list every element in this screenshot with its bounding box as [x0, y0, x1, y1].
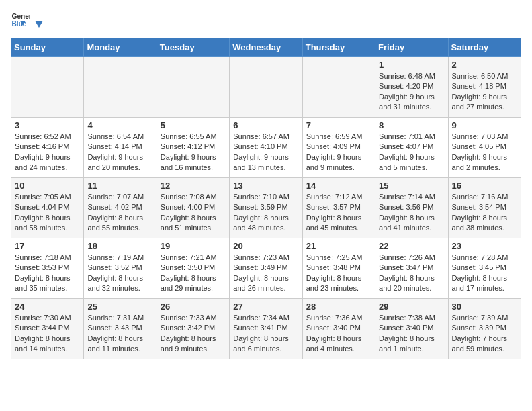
day-info: Sunrise: 7:34 AM Sunset: 3:41 PM Dayligh…	[233, 313, 298, 355]
day-cell: 21Sunrise: 7:25 AM Sunset: 3:48 PM Dayli…	[302, 238, 375, 299]
day-info: Sunrise: 7:38 AM Sunset: 3:40 PM Dayligh…	[379, 313, 444, 355]
day-cell: 17Sunrise: 7:18 AM Sunset: 3:53 PM Dayli…	[11, 238, 84, 299]
day-cell: 23Sunrise: 7:28 AM Sunset: 3:45 PM Dayli…	[448, 238, 521, 299]
day-info: Sunrise: 7:21 AM Sunset: 3:50 PM Dayligh…	[161, 253, 226, 294]
day-cell: 27Sunrise: 7:34 AM Sunset: 3:41 PM Dayli…	[230, 299, 302, 359]
day-cell: 4Sunrise: 6:54 AM Sunset: 4:14 PM Daylig…	[84, 118, 157, 178]
page-header: General Blue	[11, 11, 521, 30]
logo-arrow-icon	[32, 14, 46, 29]
day-number: 11	[87, 181, 152, 191]
day-number: 27	[233, 302, 298, 312]
day-number: 19	[161, 241, 226, 251]
day-cell: 24Sunrise: 7:30 AM Sunset: 3:44 PM Dayli…	[11, 299, 84, 359]
calendar-table: SundayMondayTuesdayWednesdayThursdayFrid…	[11, 38, 521, 359]
day-cell: 5Sunrise: 6:55 AM Sunset: 4:12 PM Daylig…	[157, 118, 229, 178]
day-cell: 20Sunrise: 7:23 AM Sunset: 3:49 PM Dayli…	[230, 238, 302, 299]
day-cell: 13Sunrise: 7:10 AM Sunset: 3:59 PM Dayli…	[230, 178, 302, 238]
day-number: 29	[379, 302, 444, 312]
day-info: Sunrise: 6:54 AM Sunset: 4:14 PM Dayligh…	[87, 132, 152, 173]
day-info: Sunrise: 7:05 AM Sunset: 4:04 PM Dayligh…	[15, 192, 80, 234]
day-cell: 1Sunrise: 6:48 AM Sunset: 4:20 PM Daylig…	[375, 57, 448, 118]
day-number: 10	[15, 181, 80, 191]
day-info: Sunrise: 7:39 AM Sunset: 3:39 PM Dayligh…	[452, 313, 517, 355]
week-row-4: 17Sunrise: 7:18 AM Sunset: 3:53 PM Dayli…	[11, 238, 521, 299]
header-cell-wednesday: Wednesday	[230, 38, 302, 57]
day-info: Sunrise: 7:33 AM Sunset: 3:42 PM Dayligh…	[161, 313, 226, 355]
day-info: Sunrise: 7:10 AM Sunset: 3:59 PM Dayligh…	[233, 192, 298, 234]
day-info: Sunrise: 6:48 AM Sunset: 4:20 PM Dayligh…	[379, 71, 444, 113]
day-cell: 12Sunrise: 7:08 AM Sunset: 4:00 PM Dayli…	[157, 178, 229, 238]
header-cell-monday: Monday	[84, 38, 157, 57]
header-cell-friday: Friday	[375, 38, 448, 57]
day-number: 1	[379, 60, 444, 70]
day-number: 25	[87, 302, 152, 312]
day-cell	[157, 57, 229, 118]
day-info: Sunrise: 7:12 AM Sunset: 3:57 PM Dayligh…	[306, 192, 371, 234]
day-cell: 2Sunrise: 6:50 AM Sunset: 4:18 PM Daylig…	[448, 57, 521, 118]
header-row: SundayMondayTuesdayWednesdayThursdayFrid…	[11, 38, 521, 57]
day-info: Sunrise: 7:28 AM Sunset: 3:45 PM Dayligh…	[452, 253, 517, 294]
day-number: 23	[452, 241, 517, 251]
svg-text:General: General	[12, 13, 30, 20]
day-number: 12	[161, 181, 226, 191]
day-cell	[302, 57, 375, 118]
day-info: Sunrise: 6:50 AM Sunset: 4:18 PM Dayligh…	[452, 71, 517, 113]
day-number: 7	[306, 120, 371, 130]
day-info: Sunrise: 6:52 AM Sunset: 4:16 PM Dayligh…	[15, 132, 80, 173]
day-number: 9	[452, 120, 517, 130]
day-cell: 15Sunrise: 7:14 AM Sunset: 3:56 PM Dayli…	[375, 178, 448, 238]
day-cell: 3Sunrise: 6:52 AM Sunset: 4:16 PM Daylig…	[11, 118, 84, 178]
day-cell: 8Sunrise: 7:01 AM Sunset: 4:07 PM Daylig…	[375, 118, 448, 178]
day-cell: 26Sunrise: 7:33 AM Sunset: 3:42 PM Dayli…	[157, 299, 229, 359]
day-info: Sunrise: 7:14 AM Sunset: 3:56 PM Dayligh…	[379, 192, 444, 234]
day-number: 28	[306, 302, 371, 312]
day-cell: 25Sunrise: 7:31 AM Sunset: 3:43 PM Dayli…	[84, 299, 157, 359]
day-info: Sunrise: 7:07 AM Sunset: 4:02 PM Dayligh…	[87, 192, 152, 234]
day-cell: 19Sunrise: 7:21 AM Sunset: 3:50 PM Dayli…	[157, 238, 229, 299]
day-number: 13	[233, 181, 298, 191]
svg-text:Blue: Blue	[12, 20, 27, 28]
day-number: 20	[233, 241, 298, 251]
day-number: 24	[15, 302, 80, 312]
header-cell-tuesday: Tuesday	[157, 38, 229, 57]
day-info: Sunrise: 7:31 AM Sunset: 3:43 PM Dayligh…	[87, 313, 152, 355]
day-number: 30	[452, 302, 517, 312]
week-row-5: 24Sunrise: 7:30 AM Sunset: 3:44 PM Dayli…	[11, 299, 521, 359]
day-cell: 7Sunrise: 6:59 AM Sunset: 4:09 PM Daylig…	[302, 118, 375, 178]
day-cell: 14Sunrise: 7:12 AM Sunset: 3:57 PM Dayli…	[302, 178, 375, 238]
day-number: 5	[161, 120, 226, 130]
day-info: Sunrise: 7:08 AM Sunset: 4:00 PM Dayligh…	[161, 192, 226, 234]
day-number: 6	[233, 120, 298, 130]
day-number: 22	[379, 241, 444, 251]
week-row-3: 10Sunrise: 7:05 AM Sunset: 4:04 PM Dayli…	[11, 178, 521, 238]
day-cell: 29Sunrise: 7:38 AM Sunset: 3:40 PM Dayli…	[375, 299, 448, 359]
day-number: 15	[379, 181, 444, 191]
day-info: Sunrise: 7:16 AM Sunset: 3:54 PM Dayligh…	[452, 192, 517, 234]
header-cell-thursday: Thursday	[302, 38, 375, 57]
day-number: 4	[87, 120, 152, 130]
day-info: Sunrise: 7:19 AM Sunset: 3:52 PM Dayligh…	[87, 253, 152, 294]
day-cell: 10Sunrise: 7:05 AM Sunset: 4:04 PM Dayli…	[11, 178, 84, 238]
day-info: Sunrise: 7:03 AM Sunset: 4:05 PM Dayligh…	[452, 132, 517, 173]
header-cell-sunday: Sunday	[11, 38, 84, 57]
day-info: Sunrise: 7:18 AM Sunset: 3:53 PM Dayligh…	[15, 253, 80, 294]
day-cell: 16Sunrise: 7:16 AM Sunset: 3:54 PM Dayli…	[448, 178, 521, 238]
day-number: 21	[306, 241, 371, 251]
day-number: 8	[379, 120, 444, 130]
day-cell: 11Sunrise: 7:07 AM Sunset: 4:02 PM Dayli…	[84, 178, 157, 238]
logo: General Blue	[11, 11, 46, 30]
logo-icon: General Blue	[11, 11, 30, 30]
day-cell	[84, 57, 157, 118]
svg-marker-3	[35, 21, 43, 28]
week-row-1: 1Sunrise: 6:48 AM Sunset: 4:20 PM Daylig…	[11, 57, 521, 118]
day-cell: 30Sunrise: 7:39 AM Sunset: 3:39 PM Dayli…	[448, 299, 521, 359]
day-number: 16	[452, 181, 517, 191]
week-row-2: 3Sunrise: 6:52 AM Sunset: 4:16 PM Daylig…	[11, 118, 521, 178]
day-number: 17	[15, 241, 80, 251]
day-info: Sunrise: 7:30 AM Sunset: 3:44 PM Dayligh…	[15, 313, 80, 355]
day-cell: 22Sunrise: 7:26 AM Sunset: 3:47 PM Dayli…	[375, 238, 448, 299]
day-cell: 6Sunrise: 6:57 AM Sunset: 4:10 PM Daylig…	[230, 118, 302, 178]
day-info: Sunrise: 6:57 AM Sunset: 4:10 PM Dayligh…	[233, 132, 298, 173]
day-number: 14	[306, 181, 371, 191]
day-number: 2	[452, 60, 517, 70]
